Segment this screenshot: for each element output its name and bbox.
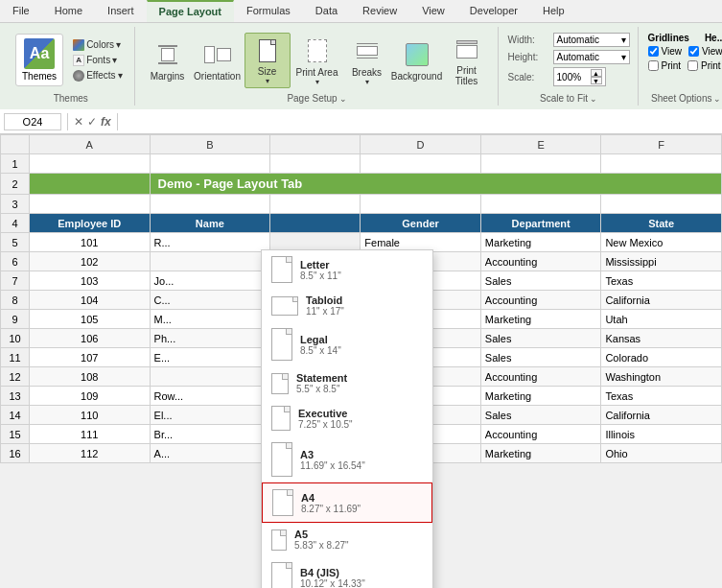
gridlines-print-label: Print (662, 60, 682, 71)
col-header-f[interactable]: F (601, 135, 722, 154)
legal-size: 8.5" x 14" (300, 345, 341, 356)
print-area-button[interactable]: Print Area ▾ (294, 33, 340, 88)
size-button[interactable]: Size ▾ (245, 33, 291, 88)
tab-data[interactable]: Data (303, 0, 350, 22)
tab-developer[interactable]: Developer (457, 0, 530, 22)
scale-label: Scale: (508, 72, 551, 82)
table-row: 3 (1, 195, 722, 214)
tab-review[interactable]: Review (350, 0, 409, 22)
col-header-b[interactable]: B (150, 135, 270, 154)
scale-group-label: Scale to Fit ⌄ (540, 91, 597, 104)
headings-print-checkbox[interactable] (687, 60, 698, 71)
tab-insert[interactable]: Insert (95, 0, 147, 22)
confirm-formula-icon[interactable]: ✓ (87, 115, 97, 129)
table-row: 1 (1, 154, 722, 174)
col-header-a[interactable]: A (30, 135, 151, 154)
a3-name: A3 (300, 449, 365, 460)
ribbon-tabs: File Home Insert Page Layout Formulas Da… (0, 0, 722, 23)
header-gender[interactable]: Gender (361, 214, 481, 233)
breaks-button[interactable]: Breaks ▾ (344, 33, 390, 88)
letter-name: Letter (300, 259, 341, 270)
a5-size: 5.83" x 8.27" (294, 540, 349, 551)
page-setup-group: Margins Orientation Size (137, 27, 499, 106)
letter-size: 8.5" x 11" (300, 270, 341, 281)
effects-button[interactable]: Effects ▾ (69, 68, 126, 83)
dropdown-item-tabloid[interactable]: Tabloid 11" x 17" (262, 289, 432, 322)
tabloid-paper-icon (271, 296, 298, 316)
headings-view-label: View (702, 46, 722, 57)
executive-size: 7.25" x 10.5" (298, 419, 353, 430)
header-emp-id[interactable]: Employee ID (30, 214, 151, 233)
b4jis-paper-icon (271, 562, 292, 588)
insert-function-icon[interactable]: fx (101, 115, 111, 129)
scale-down[interactable]: ▼ (591, 77, 602, 84)
dropdown-item-a5[interactable]: A5 5.83" x 8.27" (262, 523, 432, 556)
tabloid-name: Tabloid (306, 294, 344, 306)
sheet-options-group: Gridlines He... View View Print Print S (640, 27, 722, 106)
title-cell[interactable]: Demo - Page Layout Tab (150, 174, 721, 195)
header-name[interactable]: Name (150, 214, 270, 233)
print-titles-button[interactable]: Print Titles (444, 33, 490, 88)
margins-button[interactable]: Margins (145, 33, 191, 88)
tabloid-size: 11" x 17" (306, 306, 344, 317)
tab-help[interactable]: Help (530, 0, 577, 22)
dropdown-item-letter[interactable]: Letter 8.5" x 11" (262, 250, 432, 289)
cell-reference[interactable] (4, 113, 61, 130)
themes-label: Themes (22, 71, 57, 82)
gridlines-label: Gridlines (648, 33, 689, 43)
dropdown-item-a3[interactable]: A3 11.69" x 16.54" (262, 436, 432, 482)
page-setup-dialog-launcher[interactable]: ⌄ (339, 94, 347, 104)
col-header-d[interactable]: D (361, 135, 481, 154)
cancel-formula-icon[interactable]: ✕ (74, 115, 83, 129)
statement-paper-icon (271, 373, 289, 394)
col-header-e[interactable]: E (480, 135, 601, 154)
sheet-options-dialog-launcher[interactable]: ⌄ (713, 94, 721, 104)
height-input[interactable]: Automatic ▾ (553, 50, 630, 64)
dropdown-item-a4[interactable]: A4 8.27" x 11.69" (262, 482, 432, 523)
scale-up[interactable]: ▲ (591, 69, 602, 77)
formula-divider (67, 113, 68, 130)
formula-bar: ✕ ✓ fx (0, 109, 722, 134)
header-dept[interactable]: Department (480, 214, 601, 233)
a4-paper-icon (272, 489, 293, 516)
formula-input[interactable] (124, 113, 718, 130)
tab-file[interactable]: File (0, 0, 42, 22)
dropdown-item-statement[interactable]: Statement 5.5" x 8.5" (262, 366, 432, 400)
headings-label: He... (705, 33, 722, 43)
a4-size: 8.27" x 11.69" (301, 504, 361, 514)
statement-name: Statement (296, 372, 347, 384)
orientation-button[interactable]: Orientation (195, 33, 241, 88)
fonts-button[interactable]: A Fonts ▾ (69, 53, 126, 68)
formula-icons: ✕ ✓ fx (74, 115, 111, 129)
scale-input[interactable]: 100% ▲ ▼ (553, 67, 606, 86)
width-input[interactable]: Automatic ▾ (553, 33, 630, 47)
row-4: 4 (1, 214, 30, 233)
executive-paper-icon (271, 406, 291, 431)
tab-view[interactable]: View (409, 0, 457, 22)
header-state[interactable]: State (601, 214, 722, 233)
page-setup-group-label: Page Setup ⌄ (287, 91, 346, 104)
tab-formulas[interactable]: Formulas (234, 0, 303, 22)
b4jis-name: B4 (JIS) (300, 567, 365, 578)
background-button[interactable]: Background (394, 33, 440, 88)
tab-page-layout[interactable]: Page Layout (147, 0, 234, 22)
headings-view-checkbox[interactable] (688, 46, 699, 57)
themes-button[interactable]: Aa Themes (15, 34, 63, 86)
dropdown-item-legal[interactable]: Legal 8.5" x 14" (262, 322, 432, 366)
tab-home[interactable]: Home (42, 0, 95, 22)
height-label: Height: (508, 52, 551, 62)
a3-paper-icon (271, 442, 292, 477)
col-header-c[interactable] (270, 135, 361, 154)
gridlines-print-checkbox[interactable] (648, 60, 659, 71)
sheet-options-group-label: Sheet Options ⌄ (651, 91, 721, 104)
dropdown-item-b4jis[interactable]: B4 (JIS) 10.12" x 14.33" (262, 556, 432, 588)
ribbon: File Home Insert Page Layout Formulas Da… (0, 0, 722, 109)
legal-name: Legal (300, 334, 341, 345)
scale-dialog-launcher[interactable]: ⌄ (590, 94, 597, 104)
executive-name: Executive (298, 408, 353, 419)
dropdown-item-executive[interactable]: Executive 7.25" x 10.5" (262, 400, 432, 436)
formula-divider2 (117, 113, 118, 130)
colors-button[interactable]: Colors ▾ (69, 37, 126, 53)
gridlines-view-checkbox[interactable] (648, 46, 659, 57)
ribbon-content: Aa Themes Colors ▾ A Fonts ▾ (0, 23, 722, 109)
